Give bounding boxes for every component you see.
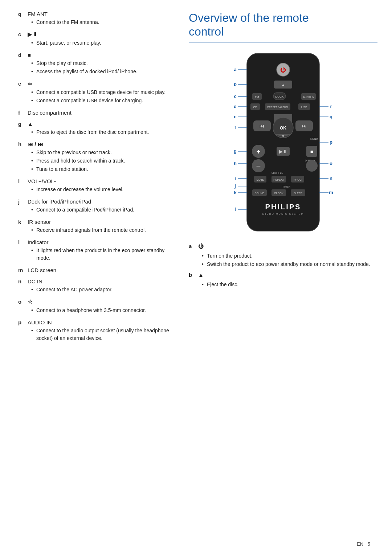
svg-text:r: r [330,104,332,109]
label-p: AUDIO IN [28,319,52,325]
section-h: h ⏮ / ⏭ Skip to the previous or next tra… [18,141,171,173]
svg-text:⏮: ⏮ [260,123,265,129]
svg-point-36 [306,160,318,172]
svg-text:USB: USB [301,106,307,109]
bottom-symbol-a: ⏻ [198,243,204,249]
k-bullet-1: Receive infrared signals from the remote… [31,226,171,234]
svg-text:⏻: ⏻ [280,67,286,73]
section-m: m LCD screen [18,267,171,273]
letter-q-top: q [18,11,24,17]
svg-text:q: q [330,114,332,119]
svg-text:PHILIPS: PHILIPS [265,203,301,211]
label-j: Dock for iPod/iPhone/iPad [28,198,91,205]
a-bullet-2: Switch the product to eco power standby … [202,260,377,268]
letter-e: e [18,81,24,87]
svg-text:CLOCK: CLOCK [274,192,283,195]
e-bullet-1: Connect a compatible USB storage device … [31,89,171,96]
svg-text:FM: FM [255,95,259,99]
svg-text:PROG: PROG [294,178,302,181]
bottom-section-b: b ▲ [189,272,377,278]
l-bullet-1: It lights red when the product is in the… [31,247,171,262]
svg-text:−: − [256,161,261,171]
c-bullet-1: Start, pause, or resume play. [31,39,171,47]
svg-text:k: k [234,190,237,195]
o-bullet-1: Connect to a headphone with 3.5-mm conne… [31,307,171,314]
svg-text:SHUFFLE: SHUFFLE [271,172,283,174]
bottom-sections: a ⏻ Turn on the product. Switch the prod… [189,243,377,288]
label-q-fmant: FM ANT [28,11,48,17]
section-o: o ☆ Connect to a headphone with 3.5-mm c… [18,299,171,314]
letter-c: c [18,31,24,37]
svg-text:■: ■ [310,149,313,155]
i-bullet-1: Increase or decrease the volume level. [31,186,171,193]
section-q-top: q FM ANT Connect to the FM antenna. [18,11,171,26]
e-bullet-2: Connect a compatible USB device for char… [31,97,171,104]
symbol-o: ☆ [28,299,32,305]
svg-text:MUTE: MUTE [256,178,264,181]
svg-text:MENU: MENU [310,138,318,140]
svg-text:AUDIO IN: AUDIO IN [303,96,314,98]
h-bullet-3: Tune to a radio station. [31,165,171,173]
letter-p: p [18,319,24,325]
svg-text:f: f [234,125,236,130]
svg-text:c: c [234,94,236,99]
section-f: f Disc compartment [18,110,171,116]
svg-text:PRESET / ALBUM: PRESET / ALBUM [267,106,288,108]
letter-h: h [18,141,24,147]
page-number: 5 [368,541,370,547]
svg-text:⏭: ⏭ [302,123,307,129]
d-bullet-2: Access the playlist of a docked iPod/ iP… [31,68,171,75]
q-bullet-1: Connect to the FM antenna. [31,19,171,26]
svg-text:g: g [234,148,237,154]
lang-label: EN [357,541,363,547]
symbol-c: ▶⏸ [28,31,37,38]
letter-g: g [18,121,24,127]
label-l: Indicator [28,239,49,245]
section-n: n DC IN Connect to the AC power adaptor. [18,278,171,294]
letter-m: m [18,267,24,273]
svg-text:CD: CD [253,106,257,109]
j-bullet-1: Connect to a compatible iPod/iPhone/ iPa… [31,206,171,214]
bottom-letter-b: b [189,272,195,278]
right-column: Overview of the remote control ⏻ ▲ FM DO… [181,0,392,554]
letter-f: f [18,110,24,116]
svg-text:i: i [234,176,236,181]
bottom-section-a: a ⏻ [189,243,377,249]
svg-text:SLEEP: SLEEP [294,192,302,195]
section-g: g ▲ Press to eject the disc from the dis… [18,121,171,136]
a-bullet-1: Turn on the product. [202,252,377,260]
svg-text:REPEAT: REPEAT [273,178,284,181]
label-m: LCD screen [28,267,56,273]
b-bullet-1: Eject the disc. [202,281,377,288]
label-f: Disc compartment [28,110,72,116]
left-column: q FM ANT Connect to the FM antenna. c ▶⏸… [0,0,181,554]
p-bullet-1: Connect to the audio output socket (usua… [31,327,171,342]
h-bullet-2: Press and hold to search within a track. [31,157,171,165]
letter-o: o [18,299,24,305]
section-j: j Dock for iPod/iPhone/iPad Connect to a… [18,198,171,214]
svg-text:SOUND: SOUND [254,192,265,195]
bottom-letter-a: a [189,243,195,249]
bottom-symbol-b: ▲ [198,272,204,278]
symbol-g: ▲ [28,121,33,127]
svg-text:▲: ▲ [281,82,285,87]
section-k: k IR sensor Receive infrared signals fro… [18,219,171,234]
overview-heading: Overview of the remote control [189,11,377,42]
g-bullet-1: Press to eject the disc from the disc co… [31,128,171,136]
svg-text:h: h [234,161,237,166]
d-bullet-1: Stop the play of music. [31,59,171,67]
section-i: i VOL+/VOL- Increase or decrease the vol… [18,178,171,193]
svg-text:a: a [234,67,237,72]
letter-n: n [18,278,24,284]
letter-i: i [18,178,24,184]
symbol-d: ■ [28,52,31,58]
svg-text:p: p [330,139,332,145]
svg-text:DOCK: DOCK [275,95,284,98]
section-e: e ⇦ Connect a compatible USB storage dev… [18,81,171,104]
svg-text:l: l [234,206,236,212]
n-bullet-1: Connect to the AC power adaptor. [31,286,171,294]
page-footer: EN 5 [357,541,370,547]
svg-text:MICRO MUSIC SYSTEM: MICRO MUSIC SYSTEM [262,213,304,215]
svg-text:m: m [329,190,333,195]
section-d: d ■ Stop the play of music. Access the p… [18,52,171,75]
